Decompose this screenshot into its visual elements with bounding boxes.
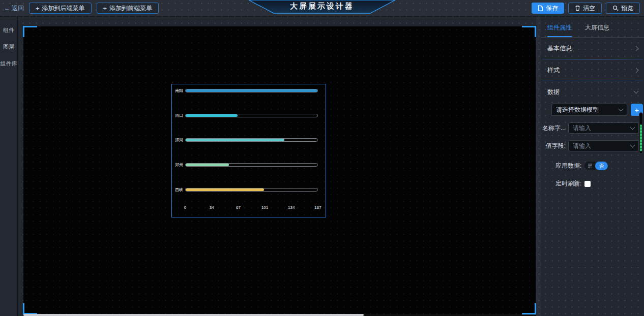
value-field-select[interactable]: 请输入	[568, 140, 639, 151]
timed-refresh-checkbox[interactable]	[584, 181, 591, 187]
left-sidebar: 组件 图层 组件库	[0, 17, 18, 316]
chart-row: 漯河	[174, 137, 318, 143]
toggle-no-option[interactable]: 否	[595, 162, 608, 170]
chart-axis-tick: 34	[210, 205, 214, 210]
section-data[interactable]: 数据	[541, 81, 644, 103]
chart-bar-track	[185, 89, 318, 92]
save-button[interactable]: 保存	[532, 3, 564, 14]
chart-axis-tick: 101	[261, 205, 268, 210]
chart-axis-tick: 67	[236, 205, 241, 210]
apply-data-toggle[interactable]: 是 否	[584, 162, 608, 170]
chevron-right-icon	[634, 68, 639, 73]
properties-panel: 组件属性 大屏信息 基本信息 样式 数据 请选择数据模型 + 名称字... 请输…	[541, 17, 644, 316]
toggle-yes-option[interactable]: 是	[584, 162, 595, 170]
value-field-placeholder: 请输入	[573, 142, 591, 150]
name-field-select[interactable]: 请输入	[568, 122, 639, 134]
sidebar-item-component-library[interactable]: 组件库	[0, 60, 17, 67]
chevron-down-icon	[630, 124, 635, 130]
apply-data-label: 应用数据:	[555, 162, 581, 170]
section-basic-info[interactable]: 基本信息	[541, 38, 644, 59]
tab-component-properties[interactable]: 组件属性	[547, 23, 572, 37]
section-basic-info-label: 基本信息	[547, 44, 572, 53]
back-arrow-icon: ←	[4, 5, 10, 12]
chart-axis-tick: 167	[314, 205, 321, 210]
section-style[interactable]: 样式	[541, 59, 644, 81]
chart-category-label: 漯河	[174, 137, 183, 143]
panel-scrollbar[interactable]	[639, 112, 643, 154]
canvas-corner-bracket	[522, 303, 536, 314]
horizontal-scrollbar[interactable]	[23, 314, 536, 316]
chart-category-label: 周口	[174, 113, 183, 118]
data-model-select[interactable]: 请选择数据模型	[551, 104, 627, 116]
add-frontend-menu-button[interactable]: + 添加到前端菜单	[97, 3, 159, 14]
vertical-scrollbar-track[interactable]	[536, 17, 541, 316]
canvas-corner-bracket	[23, 303, 37, 314]
horizontal-scrollbar-thumb[interactable]	[23, 314, 364, 316]
chart-axis: 03467101134167	[185, 205, 318, 211]
name-field-placeholder: 请输入	[573, 124, 591, 133]
chart-bar-fill	[186, 139, 284, 141]
tab-screen-info[interactable]: 大屏信息	[585, 23, 609, 37]
clear-label: 清空	[583, 4, 595, 13]
save-label: 保存	[546, 4, 558, 13]
chart-bar-track	[185, 163, 318, 167]
chart-row: 西峡	[174, 186, 318, 193]
title-banner: 大屏展示设计器	[248, 0, 396, 14]
design-canvas[interactable]: 南阳周口漯河郑州西峡 03467101134167	[23, 26, 536, 316]
page-title: 大屏展示设计器	[248, 2, 396, 11]
chevron-down-icon	[619, 106, 624, 111]
plus-icon: +	[103, 5, 107, 12]
chart-bar-fill	[186, 114, 238, 117]
value-field-label: 值字段:	[541, 142, 566, 150]
bar-chart-widget[interactable]: 南阳周口漯河郑州西峡 03467101134167	[171, 84, 326, 217]
chart-category-label: 郑州	[174, 162, 183, 168]
name-field-label: 名称字...	[541, 124, 566, 133]
sidebar-item-layers[interactable]: 图层	[0, 44, 17, 50]
chart-bar-track	[185, 138, 318, 142]
back-label: 返回	[12, 4, 24, 13]
clear-button[interactable]: 清空	[568, 3, 602, 14]
chart-row: 郑州	[174, 162, 318, 168]
canvas-corner-bracket	[23, 26, 37, 37]
section-data-label: 数据	[547, 88, 560, 97]
chart-category-label: 南阳	[174, 88, 183, 93]
plus-icon: +	[36, 5, 40, 12]
chart-bar-fill	[186, 89, 317, 92]
add-frontend-menu-label: 添加到前端菜单	[109, 4, 152, 13]
panel-tabs: 组件属性 大屏信息	[541, 17, 644, 38]
chart-bar-track	[185, 114, 318, 117]
add-backend-menu-button[interactable]: + 添加到后端菜单	[29, 3, 92, 14]
chart-axis-tick: 134	[288, 205, 295, 210]
topbar: ← 返回 + 添加到后端菜单 + 添加到前端菜单 大屏展示设计器 保存	[0, 0, 644, 17]
data-model-select-value: 请选择数据模型	[556, 106, 599, 114]
timed-refresh-label: 定时刷新:	[555, 179, 581, 188]
chevron-right-icon	[634, 46, 639, 51]
chart-row: 周口	[174, 112, 318, 118]
canvas-corner-bracket	[522, 26, 536, 37]
section-style-label: 样式	[547, 66, 560, 75]
sidebar-item-components[interactable]: 组件	[0, 27, 17, 34]
preview-button[interactable]: 预览	[606, 3, 640, 14]
chart-bar-track	[185, 188, 318, 192]
add-backend-menu-label: 添加到后端菜单	[42, 4, 85, 13]
trash-icon	[575, 5, 580, 11]
chart-bar-fill	[186, 188, 264, 191]
chart-category-label: 西峡	[174, 187, 183, 193]
magnifier-icon	[612, 5, 619, 11]
preview-label: 预览	[621, 4, 633, 13]
chart-row: 南阳	[174, 87, 318, 93]
back-button[interactable]: ← 返回	[4, 4, 24, 13]
panel-scrollbar-thumb[interactable]	[640, 124, 642, 151]
chart-axis-tick: 0	[184, 205, 186, 210]
document-icon	[538, 5, 543, 11]
chart-bar-fill	[186, 164, 229, 166]
chevron-down-icon	[630, 142, 635, 147]
chevron-down-icon	[634, 88, 639, 93]
